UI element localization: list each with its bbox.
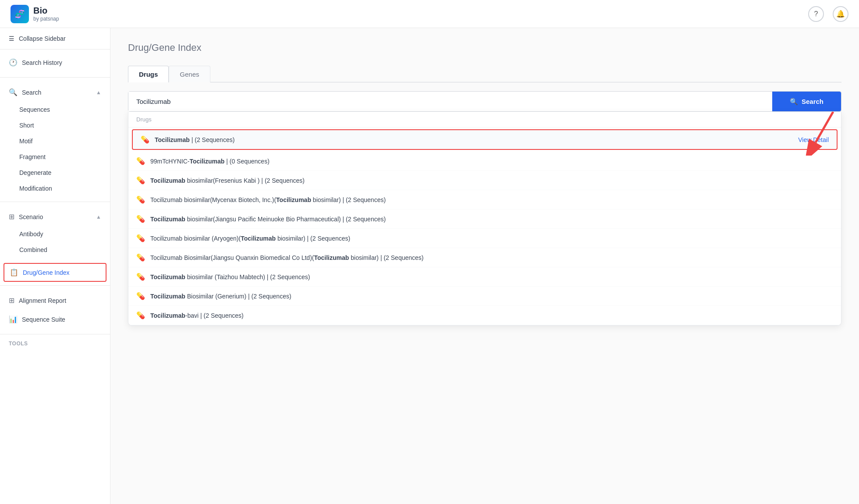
dropdown-item-text-0: Tocilizumab | (2 Sequences) <box>155 136 793 143</box>
search-button-icon: 🔍 <box>790 98 798 106</box>
drug-gene-icon: 📋 <box>10 268 18 277</box>
alignment-icon: ⊞ <box>9 296 14 305</box>
drug-icon-6: 💊 <box>136 253 145 262</box>
scenario-label: Scenario <box>19 213 43 220</box>
header-icons: ? 🔔 <box>808 6 848 22</box>
view-detail-link[interactable]: View Detail <box>798 136 829 143</box>
alignment-label: Alignment Report <box>19 297 66 304</box>
sequence-suite-icon: 📊 <box>9 315 18 323</box>
sidebar-item-modification[interactable]: Modification <box>0 181 110 196</box>
dropdown-item-4[interactable]: 💊 Tocilizumab biosimilar(Jiangsu Pacific… <box>128 209 841 229</box>
drug-icon-8: 💊 <box>136 292 145 300</box>
sidebar-divider-2 <box>0 202 110 202</box>
notification-button[interactable]: 🔔 <box>833 6 848 22</box>
sidebar-item-motif[interactable]: Motif <box>0 133 110 149</box>
drug-icon-3: 💊 <box>136 195 145 204</box>
dropdown-item-6[interactable]: 💊 Tocilizumab Biosimilar(Jiangsu Quanxin… <box>128 248 841 267</box>
dropdown-item-1[interactable]: 💊 99mTcHYNIC-Tocilizumab | (0 Sequences) <box>128 152 841 171</box>
sidebar-item-short[interactable]: Short <box>0 117 110 133</box>
page-title: Drug/Gene Index <box>128 42 841 53</box>
search-expand-icon: ▲ <box>96 89 101 96</box>
dropdown-item-text-4: Tocilizumab biosimilar(Jiangsu Pacific M… <box>150 216 833 223</box>
sidebar-divider-3 <box>0 285 110 286</box>
sidebar-divider-1 <box>0 77 110 78</box>
sidebar-divider-4 <box>0 334 110 334</box>
dropdown-item-text-2: Tocilizumab biosimilar(Fresenius Kabi ) … <box>150 177 833 184</box>
sidebar-item-fragment[interactable]: Fragment <box>0 149 110 165</box>
sidebar-item-sequences[interactable]: Sequences <box>0 102 110 117</box>
tab-drugs[interactable]: Drugs <box>128 66 169 82</box>
dropdown-item-5[interactable]: 💊 Tocilizumab biosimilar (Aryogen)(Tocil… <box>128 229 841 248</box>
drug-icon-2: 💊 <box>136 176 145 185</box>
sidebar-item-drug-gene-index[interactable]: 📋 Drug/Gene Index <box>4 263 106 282</box>
search-nav-icon: 🔍 <box>9 88 18 96</box>
search-area: 🔍 Search Drugs 💊 Tocilizumab | (2 Sequen <box>128 91 841 326</box>
scenario-icon: ⊞ <box>9 213 14 221</box>
sidebar-scenario-section: ⊞ Scenario ▲ Antibody Combined <box>0 204 110 261</box>
dropdown-header: Drugs <box>128 112 841 128</box>
search-nav-label: Search <box>22 89 41 96</box>
dropdown-item-tocilizumab[interactable]: 💊 Tocilizumab | (2 Sequences) View Detai… <box>132 129 838 150</box>
drug-icon-7: 💊 <box>136 273 145 281</box>
logo: 🧬 Bio by patsnap <box>11 5 59 23</box>
search-history-label: Search History <box>22 59 62 66</box>
sidebar-item-search[interactable]: 🔍 Search ▲ <box>0 83 110 102</box>
scenario-expand-icon: ▲ <box>96 214 101 220</box>
sidebar-drug-gene-wrapper: 📋 Drug/Gene Index <box>0 261 110 284</box>
tabs-container: Drugs Genes <box>128 66 841 82</box>
dropdown-item-text-6: Tocilizumab Biosimilar(Jiangsu Quanxin B… <box>150 254 833 261</box>
history-icon: 🕐 <box>9 58 18 67</box>
sidebar-item-scenario[interactable]: ⊞ Scenario ▲ <box>0 207 110 226</box>
drug-icon-5: 💊 <box>136 234 145 242</box>
search-button[interactable]: 🔍 Search <box>772 92 841 111</box>
sidebar-item-antibody[interactable]: Antibody <box>0 226 110 242</box>
dropdown-item-text-5: Tocilizumab biosimilar (Aryogen)(Tociliz… <box>150 235 833 242</box>
sidebar-item-search-history[interactable]: 🕐 Search History <box>0 53 110 72</box>
drug-icon-0: 💊 <box>141 135 149 144</box>
dropdown-highlighted-wrapper: 💊 Tocilizumab | (2 Sequences) View Detai… <box>132 129 838 150</box>
dropdown-item-9[interactable]: 💊 Tocilizumab-bavi | (2 Sequences) <box>128 306 841 325</box>
search-input[interactable] <box>128 92 772 111</box>
logo-text: Bio by patsnap <box>33 6 59 22</box>
drug-gene-label: Drug/Gene Index <box>23 269 70 276</box>
collapse-sidebar-button[interactable]: ☰ Collapse Sidebar <box>0 28 110 50</box>
tools-section-label: Tools <box>0 336 110 348</box>
sidebar-item-alignment-report[interactable]: ⊞ Alignment Report <box>0 291 110 310</box>
sidebar-item-degenerate[interactable]: Degenerate <box>0 165 110 181</box>
main-layout: ☰ Collapse Sidebar 🕐 Search History 🔍 Se… <box>0 28 859 504</box>
dropdown-item-text-7: Tocilizumab biosimilar (Taizhou Mabtech)… <box>150 273 833 280</box>
search-bar: 🔍 Search <box>128 91 841 112</box>
dropdown-item-8[interactable]: 💊 Tocilizumab Biosimilar (Generium) | (2… <box>128 287 841 306</box>
drug-icon-4: 💊 <box>136 215 145 223</box>
dropdown-item-7[interactable]: 💊 Tocilizumab biosimilar (Taizhou Mabtec… <box>128 267 841 287</box>
dropdown-item-text-9: Tocilizumab-bavi | (2 Sequences) <box>150 312 833 319</box>
search-button-label: Search <box>802 98 824 105</box>
dropdown-item-text-3: Tocilizumab biosimilar(Mycenax Biotech, … <box>150 196 833 203</box>
logo-title: Bio <box>33 6 59 16</box>
sidebar-search-section: 🔍 Search ▲ Sequences Short Motif Fragmen… <box>0 79 110 200</box>
logo-icon: 🧬 <box>11 5 29 23</box>
collapse-icon: ☰ <box>9 35 14 42</box>
dropdown-item-3[interactable]: 💊 Tocilizumab biosimilar(Mycenax Biotech… <box>128 190 841 209</box>
main-content: Drug/Gene Index Drugs Genes 🔍 Search <box>110 28 859 504</box>
sequence-suite-label: Sequence Suite <box>22 316 65 323</box>
dropdown-panel: Drugs 💊 Tocilizumab | (2 Sequences) View… <box>128 112 841 326</box>
dropdown-item-text-8: Tocilizumab Biosimilar (Generium) | (2 S… <box>150 293 833 300</box>
sidebar-item-combined[interactable]: Combined <box>0 242 110 258</box>
sidebar-item-sequence-suite[interactable]: 📊 Sequence Suite <box>0 310 110 329</box>
collapse-label: Collapse Sidebar <box>19 35 66 42</box>
app-header: 🧬 Bio by patsnap ? 🔔 <box>0 0 859 28</box>
tab-genes[interactable]: Genes <box>169 66 210 82</box>
dropdown-item-text-1: 99mTcHYNIC-Tocilizumab | (0 Sequences) <box>150 158 833 165</box>
sidebar-search-history-section: 🕐 Search History <box>0 50 110 75</box>
sidebar: ☰ Collapse Sidebar 🕐 Search History 🔍 Se… <box>0 28 110 504</box>
drug-icon-1: 💊 <box>136 157 145 165</box>
search-dropdown: Drugs 💊 Tocilizumab | (2 Sequences) View… <box>128 112 841 326</box>
dropdown-item-2[interactable]: 💊 Tocilizumab biosimilar(Fresenius Kabi … <box>128 171 841 190</box>
sidebar-alignment-section: ⊞ Alignment Report 📊 Sequence Suite <box>0 287 110 332</box>
drug-icon-9: 💊 <box>136 311 145 319</box>
help-button[interactable]: ? <box>808 6 824 22</box>
logo-sub: by patsnap <box>33 16 59 22</box>
